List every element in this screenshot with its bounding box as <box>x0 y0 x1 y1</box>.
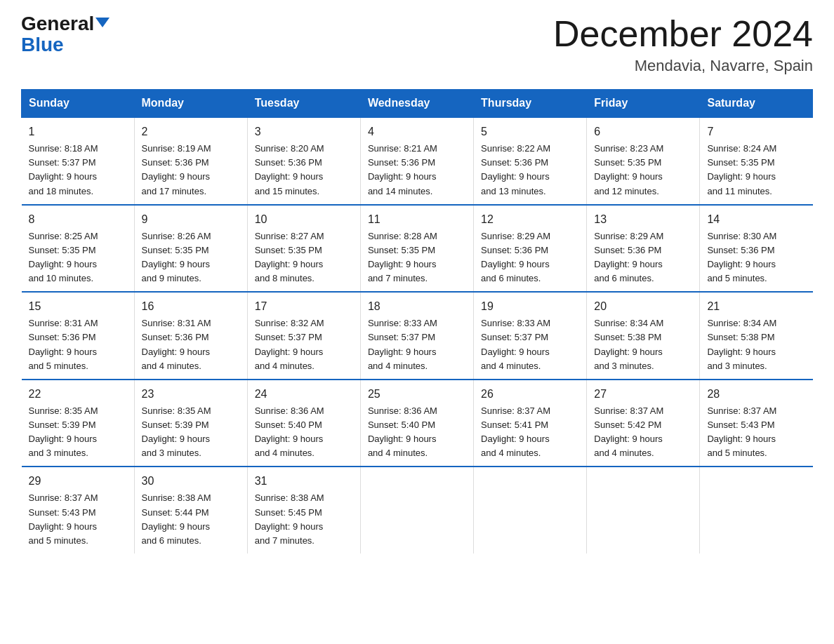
day-info: Sunrise: 8:37 AMSunset: 5:41 PMDaylight:… <box>481 404 579 461</box>
day-info: Sunrise: 8:38 AMSunset: 5:45 PMDaylight:… <box>255 491 353 548</box>
day-number: 27 <box>594 386 692 403</box>
calendar-cell: 23Sunrise: 8:35 AMSunset: 5:39 PMDayligh… <box>134 380 247 467</box>
day-info: Sunrise: 8:20 AMSunset: 5:36 PMDaylight:… <box>255 142 353 199</box>
calendar-cell: 14Sunrise: 8:30 AMSunset: 5:36 PMDayligh… <box>700 205 813 293</box>
day-number: 8 <box>29 211 127 228</box>
calendar-cell: 18Sunrise: 8:33 AMSunset: 5:37 PMDayligh… <box>360 292 473 380</box>
day-number: 29 <box>29 473 127 490</box>
day-info: Sunrise: 8:26 AMSunset: 5:35 PMDaylight:… <box>142 229 240 286</box>
weekday-header-monday: Monday <box>134 90 247 118</box>
day-number: 23 <box>142 386 240 403</box>
calendar-cell: 5Sunrise: 8:22 AMSunset: 5:36 PMDaylight… <box>474 117 587 205</box>
day-info: Sunrise: 8:35 AMSunset: 5:39 PMDaylight:… <box>142 404 240 461</box>
day-number: 17 <box>255 298 353 315</box>
logo: General Blue <box>21 14 110 56</box>
calendar-cell: 8Sunrise: 8:25 AMSunset: 5:35 PMDaylight… <box>22 205 135 293</box>
day-info: Sunrise: 8:28 AMSunset: 5:35 PMDaylight:… <box>368 229 466 286</box>
day-number: 25 <box>368 386 466 403</box>
calendar-cell: 26Sunrise: 8:37 AMSunset: 5:41 PMDayligh… <box>474 380 587 467</box>
day-number: 12 <box>481 211 579 228</box>
day-info: Sunrise: 8:31 AMSunset: 5:36 PMDaylight:… <box>142 316 240 373</box>
calendar-table: SundayMondayTuesdayWednesdayThursdayFrid… <box>21 89 813 554</box>
calendar-cell: 4Sunrise: 8:21 AMSunset: 5:36 PMDaylight… <box>360 117 473 205</box>
day-number: 10 <box>255 211 353 228</box>
day-info: Sunrise: 8:29 AMSunset: 5:36 PMDaylight:… <box>594 229 692 286</box>
calendar-cell: 15Sunrise: 8:31 AMSunset: 5:36 PMDayligh… <box>22 292 135 380</box>
calendar-cell: 22Sunrise: 8:35 AMSunset: 5:39 PMDayligh… <box>22 380 135 467</box>
day-info: Sunrise: 8:23 AMSunset: 5:35 PMDaylight:… <box>594 142 692 199</box>
day-info: Sunrise: 8:34 AMSunset: 5:38 PMDaylight:… <box>594 316 692 373</box>
day-info: Sunrise: 8:33 AMSunset: 5:37 PMDaylight:… <box>481 316 579 373</box>
day-info: Sunrise: 8:25 AMSunset: 5:35 PMDaylight:… <box>29 229 127 286</box>
calendar-cell: 29Sunrise: 8:37 AMSunset: 5:43 PMDayligh… <box>22 467 135 554</box>
calendar-cell: 11Sunrise: 8:28 AMSunset: 5:35 PMDayligh… <box>360 205 473 293</box>
calendar-cell <box>587 467 700 554</box>
day-info: Sunrise: 8:37 AMSunset: 5:43 PMDaylight:… <box>707 404 805 461</box>
calendar-week-3: 15Sunrise: 8:31 AMSunset: 5:36 PMDayligh… <box>22 292 813 380</box>
day-info: Sunrise: 8:33 AMSunset: 5:37 PMDaylight:… <box>368 316 466 373</box>
calendar-cell: 17Sunrise: 8:32 AMSunset: 5:37 PMDayligh… <box>247 292 360 380</box>
day-number: 18 <box>368 298 466 315</box>
day-number: 31 <box>255 473 353 490</box>
day-number: 13 <box>594 211 692 228</box>
day-number: 11 <box>368 211 466 228</box>
month-title: December 2024 <box>553 14 813 54</box>
day-info: Sunrise: 8:19 AMSunset: 5:36 PMDaylight:… <box>142 142 240 199</box>
logo-blue: Blue <box>21 34 64 56</box>
day-number: 9 <box>142 211 240 228</box>
weekday-header-row: SundayMondayTuesdayWednesdayThursdayFrid… <box>22 90 813 118</box>
day-number: 15 <box>29 298 127 315</box>
day-info: Sunrise: 8:24 AMSunset: 5:35 PMDaylight:… <box>707 142 805 199</box>
day-info: Sunrise: 8:37 AMSunset: 5:42 PMDaylight:… <box>594 404 692 461</box>
weekday-header-saturday: Saturday <box>700 90 813 118</box>
day-info: Sunrise: 8:21 AMSunset: 5:36 PMDaylight:… <box>368 142 466 199</box>
logo-general: General <box>21 14 110 34</box>
day-info: Sunrise: 8:27 AMSunset: 5:35 PMDaylight:… <box>255 229 353 286</box>
day-info: Sunrise: 8:32 AMSunset: 5:37 PMDaylight:… <box>255 316 353 373</box>
location-title: Mendavia, Navarre, Spain <box>553 57 813 75</box>
day-number: 2 <box>142 123 240 140</box>
calendar-cell: 28Sunrise: 8:37 AMSunset: 5:43 PMDayligh… <box>700 380 813 467</box>
day-info: Sunrise: 8:35 AMSunset: 5:39 PMDaylight:… <box>29 404 127 461</box>
day-number: 30 <box>142 473 240 490</box>
calendar-cell: 25Sunrise: 8:36 AMSunset: 5:40 PMDayligh… <box>360 380 473 467</box>
calendar-cell: 16Sunrise: 8:31 AMSunset: 5:36 PMDayligh… <box>134 292 247 380</box>
calendar-cell <box>700 467 813 554</box>
day-number: 16 <box>142 298 240 315</box>
day-number: 21 <box>707 298 805 315</box>
day-info: Sunrise: 8:37 AMSunset: 5:43 PMDaylight:… <box>29 491 127 548</box>
day-info: Sunrise: 8:22 AMSunset: 5:36 PMDaylight:… <box>481 142 579 199</box>
day-number: 20 <box>594 298 692 315</box>
calendar-week-5: 29Sunrise: 8:37 AMSunset: 5:43 PMDayligh… <box>22 467 813 554</box>
calendar-cell: 19Sunrise: 8:33 AMSunset: 5:37 PMDayligh… <box>474 292 587 380</box>
day-number: 4 <box>368 123 466 140</box>
calendar-cell: 21Sunrise: 8:34 AMSunset: 5:38 PMDayligh… <box>700 292 813 380</box>
day-info: Sunrise: 8:36 AMSunset: 5:40 PMDaylight:… <box>368 404 466 461</box>
title-block: December 2024 Mendavia, Navarre, Spain <box>553 14 813 75</box>
day-number: 28 <box>707 386 805 403</box>
calendar-cell: 10Sunrise: 8:27 AMSunset: 5:35 PMDayligh… <box>247 205 360 293</box>
weekday-header-tuesday: Tuesday <box>247 90 360 118</box>
day-number: 24 <box>255 386 353 403</box>
calendar-cell: 2Sunrise: 8:19 AMSunset: 5:36 PMDaylight… <box>134 117 247 205</box>
calendar-cell: 27Sunrise: 8:37 AMSunset: 5:42 PMDayligh… <box>587 380 700 467</box>
day-number: 5 <box>481 123 579 140</box>
day-number: 3 <box>255 123 353 140</box>
calendar-cell: 9Sunrise: 8:26 AMSunset: 5:35 PMDaylight… <box>134 205 247 293</box>
calendar-week-1: 1Sunrise: 8:18 AMSunset: 5:37 PMDaylight… <box>22 117 813 205</box>
calendar-week-4: 22Sunrise: 8:35 AMSunset: 5:39 PMDayligh… <box>22 380 813 467</box>
day-number: 14 <box>707 211 805 228</box>
calendar-cell: 20Sunrise: 8:34 AMSunset: 5:38 PMDayligh… <box>587 292 700 380</box>
calendar-week-2: 8Sunrise: 8:25 AMSunset: 5:35 PMDaylight… <box>22 205 813 293</box>
calendar-cell <box>474 467 587 554</box>
calendar-cell: 24Sunrise: 8:36 AMSunset: 5:40 PMDayligh… <box>247 380 360 467</box>
calendar-cell: 1Sunrise: 8:18 AMSunset: 5:37 PMDaylight… <box>22 117 135 205</box>
calendar-cell: 31Sunrise: 8:38 AMSunset: 5:45 PMDayligh… <box>247 467 360 554</box>
day-number: 6 <box>594 123 692 140</box>
page-header: General Blue December 2024 Mendavia, Nav… <box>21 14 813 75</box>
day-number: 19 <box>481 298 579 315</box>
weekday-header-sunday: Sunday <box>22 90 135 118</box>
calendar-cell: 3Sunrise: 8:20 AMSunset: 5:36 PMDaylight… <box>247 117 360 205</box>
day-number: 26 <box>481 386 579 403</box>
weekday-header-wednesday: Wednesday <box>360 90 473 118</box>
